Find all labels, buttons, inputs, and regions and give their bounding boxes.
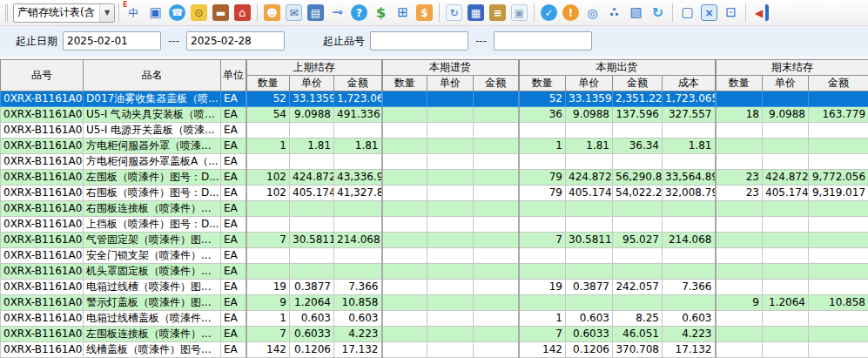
amount-cell[interactable] <box>519 264 566 280</box>
item-no-cell[interactable]: 0XRX-B1161A0... <box>1 295 84 311</box>
amount-cell[interactable]: 0.603 <box>566 311 613 327</box>
table-row[interactable]: 0XRX-B1161A0...右围板（喷漆件）图号：D...EA102405.1… <box>1 186 868 201</box>
item-name-cell[interactable]: 左围板连接板（喷漆件）... <box>84 327 221 342</box>
amount-cell[interactable]: 1 <box>246 138 290 154</box>
amount-cell[interactable] <box>716 201 763 217</box>
amount-cell[interactable] <box>566 264 613 280</box>
item-name-cell[interactable]: 安全门锁支架（喷漆件）... <box>84 248 221 264</box>
amount-cell[interactable]: 1,723.065 <box>663 91 716 107</box>
amount-cell[interactable]: 46.051 <box>613 327 663 342</box>
amount-cell[interactable]: 7.366 <box>663 280 716 295</box>
amount-cell[interactable] <box>716 264 763 280</box>
amount-cell[interactable] <box>382 264 427 280</box>
amount-cell[interactable] <box>382 233 427 248</box>
exit-icon[interactable]: ◀ <box>752 4 769 21</box>
amount-cell[interactable]: 52 <box>246 91 290 107</box>
amount-cell[interactable] <box>809 154 868 170</box>
amount-cell[interactable] <box>427 186 474 201</box>
item-name-cell[interactable]: 左围板（喷漆件）图号：D... <box>84 170 221 186</box>
amount-cell[interactable]: 1.2064 <box>290 295 334 311</box>
item-no-cell[interactable]: 0XRX-B1161A0... <box>1 123 84 138</box>
search-doc-icon[interactable]: ◎ <box>584 4 601 21</box>
amount-cell[interactable] <box>474 248 519 264</box>
amount-cell[interactable] <box>613 248 663 264</box>
amount-cell[interactable] <box>809 327 868 342</box>
amount-cell[interactable] <box>474 91 519 107</box>
amount-cell[interactable] <box>427 327 474 342</box>
table-row[interactable]: 0XRX-B1161A0...上挡板（喷漆件）图号：D...EA <box>1 217 868 233</box>
mail-icon[interactable]: ✉ <box>286 4 302 21</box>
unit-cell[interactable]: EA <box>221 280 246 295</box>
unit-cell[interactable]: EA <box>221 138 246 154</box>
amount-cell[interactable]: 405.1747 <box>763 186 809 201</box>
amount-cell[interactable] <box>474 233 519 248</box>
amount-cell[interactable] <box>246 201 290 217</box>
amount-cell[interactable] <box>763 248 809 264</box>
lock-icon[interactable]: ⊙ <box>191 4 207 21</box>
home-icon[interactable]: ⌂ <box>234 4 251 21</box>
table-row[interactable]: 0XRX-B1161A0...气管固定架（喷漆件）图...EA730.58112… <box>1 233 868 248</box>
amount-cell[interactable] <box>809 248 868 264</box>
item-no-cell[interactable]: 0XRX-B1161A0... <box>1 91 84 107</box>
amount-cell[interactable]: 30.5811 <box>566 233 613 248</box>
unit-cell[interactable]: EA <box>221 327 246 342</box>
date-from-input[interactable] <box>63 31 161 51</box>
report-refresh-icon[interactable]: ↻ <box>446 4 462 21</box>
amount-cell[interactable] <box>566 295 613 311</box>
amount-cell[interactable] <box>382 138 427 154</box>
amount-cell[interactable] <box>519 123 566 138</box>
sitemap-icon[interactable]: ∴ <box>606 4 622 21</box>
amount-cell[interactable]: 102 <box>246 186 290 201</box>
amount-cell[interactable]: 79 <box>519 186 566 201</box>
amount-cell[interactable] <box>246 123 290 138</box>
amount-cell[interactable]: 43,336.946 <box>334 170 382 186</box>
amount-cell[interactable] <box>763 91 809 107</box>
amount-cell[interactable] <box>474 186 519 201</box>
amount-cell[interactable] <box>427 170 474 186</box>
customer-finance-icon[interactable]: $ <box>416 4 433 21</box>
table-row[interactable]: 0XRX-B1161A0...左围板连接板（喷漆件）...EA70.60334.… <box>1 327 868 342</box>
amount-cell[interactable]: 19 <box>246 280 290 295</box>
amount-cell[interactable] <box>427 311 474 327</box>
amount-cell[interactable] <box>382 311 427 327</box>
table-row[interactable]: 0XRX-B1161A0...警示灯盖板（喷漆件）图...EA91.206410… <box>1 295 868 311</box>
amount-cell[interactable]: 1.81 <box>663 138 716 154</box>
amount-cell[interactable] <box>716 233 763 248</box>
amount-cell[interactable] <box>809 91 868 107</box>
amount-cell[interactable] <box>519 217 566 233</box>
amount-cell[interactable] <box>290 123 334 138</box>
amount-cell[interactable]: 214.068 <box>663 233 716 248</box>
amount-cell[interactable] <box>474 342 519 358</box>
item-no-cell[interactable]: 0XRX-B1161A0... <box>1 138 84 154</box>
alert-bell-icon[interactable]: ! <box>562 4 579 21</box>
amount-cell[interactable] <box>427 217 474 233</box>
amount-cell[interactable] <box>246 154 290 170</box>
amount-cell[interactable]: 95.027 <box>613 233 663 248</box>
amount-cell[interactable]: 0.603 <box>334 311 382 327</box>
amount-cell[interactable] <box>566 154 613 170</box>
amount-cell[interactable] <box>334 201 382 217</box>
amount-cell[interactable]: 142 <box>246 342 290 358</box>
table-row[interactable]: 0XRX-B1161A0...电箱过线槽盖板（喷漆件...EA10.6030.6… <box>1 311 868 327</box>
unit-cell[interactable]: EA <box>221 91 246 107</box>
window-icon[interactable]: ▢ <box>679 4 696 21</box>
item-name-cell[interactable]: U5-I 气动夹具安装板（喷... <box>84 107 221 123</box>
amount-cell[interactable]: 137.596 <box>613 107 663 123</box>
unit-cell[interactable]: EA <box>221 233 246 248</box>
copy-icon[interactable]: ▣ <box>511 4 528 21</box>
amount-cell[interactable]: 1.2064 <box>763 295 809 311</box>
item-to-input[interactable] <box>494 31 592 51</box>
amount-cell[interactable] <box>613 201 663 217</box>
amount-cell[interactable]: 17.132 <box>663 342 716 358</box>
amount-cell[interactable]: 56,290.855 <box>613 170 663 186</box>
amount-cell[interactable]: 1,723.065 <box>334 91 382 107</box>
amount-cell[interactable]: 491.336 <box>334 107 382 123</box>
amount-cell[interactable] <box>763 311 809 327</box>
amount-cell[interactable]: 9,772.056 <box>809 170 868 186</box>
amount-cell[interactable] <box>474 280 519 295</box>
item-no-cell[interactable]: 0XRX-B1161A0... <box>1 311 84 327</box>
amount-cell[interactable] <box>613 154 663 170</box>
amount-cell[interactable] <box>382 186 427 201</box>
amount-cell[interactable]: 9.0988 <box>290 107 334 123</box>
lang-switch-icon[interactable]: 中E <box>125 4 142 21</box>
